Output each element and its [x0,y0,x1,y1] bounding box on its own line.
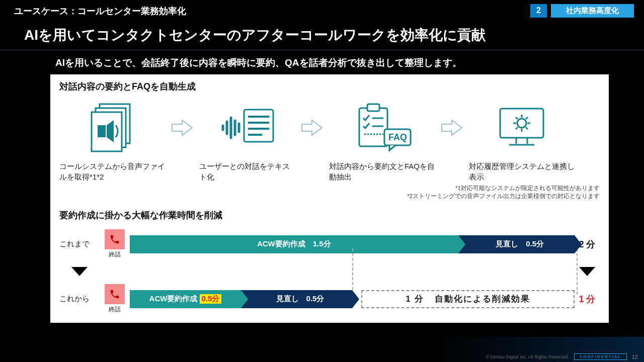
highlighted-time: 0.5分 [200,294,222,304]
footnote-2: *2ストリーミングでの音声ファイル出力は企業様側での対応となります [59,192,600,200]
before-label: これまで [59,239,100,249]
badge-category: 社内業務高度化 [551,4,634,18]
step1-caption: コールシステムから音声ファイルを取得*1*2 [59,161,165,182]
clipboard-faq-icon: FAQ [349,100,415,155]
process-flow: コールシステムから音声ファイルを取得*1*2 [59,98,600,182]
svg-rect-15 [367,104,379,111]
step-display-system: 対応履歴管理システムと連携し表示 [469,98,575,182]
after-label: これから [59,294,100,304]
confidential-badge: CONFIDENTIAL [574,353,627,360]
step-audio-file: コールシステムから音声ファイルを取得*1*2 [59,98,165,182]
before-seg-review: 見直し 0.5分 [458,235,575,253]
section1-heading: 対話内容の要約とFAQを自動生成 [59,80,600,93]
step4-caption: 対応履歴管理システムと連携し表示 [469,161,575,182]
footnote-1: *1対応可能なシステムが限定される可能性があります [59,184,600,192]
content-panel: 対話内容の要約とFAQを自動生成 コールシステムから [50,74,609,323]
arrow-icon [441,119,463,136]
svg-line-30 [516,117,518,119]
down-triangle-icon [579,267,595,276]
svg-rect-4 [244,110,273,142]
after-total: 1 分 [575,293,600,305]
sound-text-icon [217,103,277,153]
step-transcribe: ユーザーとの対話をテキスト化 [199,98,295,182]
copyright: © Dentsu Digital Inc. All Rights Reserve… [486,354,569,359]
page-title: AIを用いてコンタクトセンターのアフターコールワークを効率化に貢献 [0,21,644,50]
usecase-label: ユースケース：コールセンター業務効率化 [14,5,186,17]
audio-files-icon [85,100,140,155]
svg-line-33 [526,117,528,119]
svg-rect-21 [500,109,543,138]
svg-line-31 [526,127,528,129]
section2-heading: 要約作成に掛かる大幅な作業時間を削減 [59,209,600,221]
svg-text:FAQ: FAQ [388,132,407,142]
after-seg-acw: ACW要約作成 0.5分 [130,290,241,308]
monitor-gear-icon [494,103,549,153]
down-triangle-icon [71,267,88,276]
after-bar: ACW要約作成 0.5分 見直し 0.5分 1 分 自動化による削減効果 [130,290,575,308]
svg-point-25 [517,119,526,128]
step3-caption: 対話内容から要約文とFAQを自動抽出 [329,161,435,182]
phone-icon [109,289,120,300]
badge-number: 2 [530,4,547,18]
divider [0,50,644,50]
before-seg-acw: ACW要約作成 1.5分 [130,235,458,253]
footnotes: *1対応可能なシステムが限定される可能性があります *2ストリーミングでの音声フ… [59,184,600,200]
svg-line-32 [516,127,518,129]
arrow-icon [301,119,323,136]
svg-rect-3 [98,125,106,137]
page-number: 12 [632,354,638,360]
step2-caption: ユーザーとの対話をテキスト化 [199,161,295,182]
footer: © Dentsu Digital Inc. All Rights Reserve… [486,353,638,360]
time-comparison-chart: これまで 終話 ACW要約作成 1.5分 見直し 0.5分 2 分 これから 終… [59,229,600,314]
reduction-block: 1 分 自動化による削減効果 [361,290,575,308]
call-end-marker: 終話 [100,284,130,314]
phone-icon [109,234,120,245]
page-subtitle: AIを用いることで、会話終了後に内容を瞬時に要約、QAを話者分析で抜き出して整理… [0,54,644,74]
after-seg-review: 見直し 0.5分 [241,290,352,308]
arrow-icon [171,119,193,136]
call-end-marker: 終話 [100,229,130,259]
step-faq-extract: FAQ 対話内容から要約文とFAQを自動抽出 [329,98,435,182]
